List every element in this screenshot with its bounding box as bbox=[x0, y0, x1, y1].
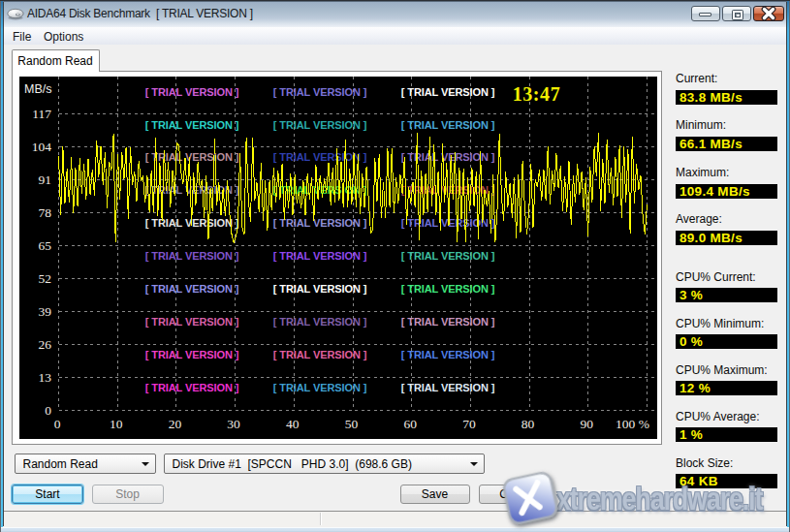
svg-text:90: 90 bbox=[580, 417, 593, 431]
svg-text:104: 104 bbox=[31, 140, 51, 154]
svg-text:[ TRIAL VERSION ]: [ TRIAL VERSION ] bbox=[272, 86, 366, 98]
svg-text:[ TRIAL VERSION ]: [ TRIAL VERSION ] bbox=[144, 316, 238, 328]
svg-text:[ TRIAL VERSION ]: [ TRIAL VERSION ] bbox=[400, 349, 494, 360]
svg-text:26: 26 bbox=[38, 337, 51, 352]
svg-text:[ TRIAL VERSION ]: [ TRIAL VERSION ] bbox=[272, 151, 366, 163]
svg-text:[ TRIAL VERSION ]: [ TRIAL VERSION ] bbox=[400, 86, 494, 98]
svg-text:117: 117 bbox=[32, 107, 51, 121]
svg-text:52: 52 bbox=[38, 271, 51, 286]
svg-text:[ TRIAL VERSION ]: [ TRIAL VERSION ] bbox=[144, 250, 238, 262]
svg-text:[ TRIAL VERSION ]: [ TRIAL VERSION ] bbox=[400, 217, 494, 229]
svg-text:[ TRIAL VERSION ]: [ TRIAL VERSION ] bbox=[272, 250, 366, 262]
svg-text:[ TRIAL VERSION ]: [ TRIAL VERSION ] bbox=[144, 382, 238, 393]
svg-text:[ TRIAL VERSION ]: [ TRIAL VERSION ] bbox=[400, 283, 494, 295]
svg-text:20: 20 bbox=[168, 417, 181, 431]
svg-text:70: 70 bbox=[462, 417, 476, 431]
svg-text:[ TRIAL VERSION ]: [ TRIAL VERSION ] bbox=[272, 382, 366, 393]
svg-text:13: 13 bbox=[38, 370, 51, 385]
svg-text:13:47: 13:47 bbox=[512, 83, 560, 105]
svg-text:[ TRIAL VERSION ]: [ TRIAL VERSION ] bbox=[272, 349, 366, 360]
svg-text:65: 65 bbox=[38, 238, 51, 253]
svg-text:[ TRIAL VERSION ]: [ TRIAL VERSION ] bbox=[400, 382, 494, 393]
svg-text:10: 10 bbox=[109, 417, 122, 431]
svg-text:[ TRIAL VERSION ]: [ TRIAL VERSION ] bbox=[144, 86, 238, 98]
svg-text:80: 80 bbox=[521, 417, 534, 431]
svg-text:78: 78 bbox=[38, 205, 51, 220]
svg-text:39: 39 bbox=[38, 304, 51, 319]
svg-text:40: 40 bbox=[286, 417, 300, 431]
svg-text:30: 30 bbox=[227, 417, 240, 431]
svg-text:[ TRIAL VERSION ]: [ TRIAL VERSION ] bbox=[272, 316, 366, 328]
svg-text:[ TRIAL VERSION ]: [ TRIAL VERSION ] bbox=[272, 217, 366, 229]
svg-text:[ TRIAL VERSION ]: [ TRIAL VERSION ] bbox=[400, 316, 494, 328]
svg-text:[ TRIAL VERSION ]: [ TRIAL VERSION ] bbox=[272, 283, 366, 295]
svg-text:[ TRIAL VERSION ]: [ TRIAL VERSION ] bbox=[400, 250, 494, 262]
svg-text:0: 0 bbox=[53, 417, 60, 431]
svg-text:91: 91 bbox=[38, 172, 51, 187]
svg-text:50: 50 bbox=[344, 417, 358, 431]
svg-text:[ TRIAL VERSION ]: [ TRIAL VERSION ] bbox=[400, 119, 494, 131]
svg-text:[ TRIAL VERSION ]: [ TRIAL VERSION ] bbox=[144, 349, 238, 360]
svg-text:[ TRIAL VERSION ]: [ TRIAL VERSION ] bbox=[272, 119, 366, 131]
svg-text:60: 60 bbox=[403, 417, 417, 431]
svg-text:[ TRIAL VERSION ]: [ TRIAL VERSION ] bbox=[144, 283, 238, 295]
svg-text:0: 0 bbox=[45, 403, 51, 418]
svg-text:[ TRIAL VERSION ]: [ TRIAL VERSION ] bbox=[144, 119, 238, 131]
svg-text:100 %: 100 % bbox=[616, 417, 649, 431]
svg-text:MB/s: MB/s bbox=[24, 82, 51, 96]
svg-text:[ TRIAL VERSION ]: [ TRIAL VERSION ] bbox=[144, 151, 238, 163]
